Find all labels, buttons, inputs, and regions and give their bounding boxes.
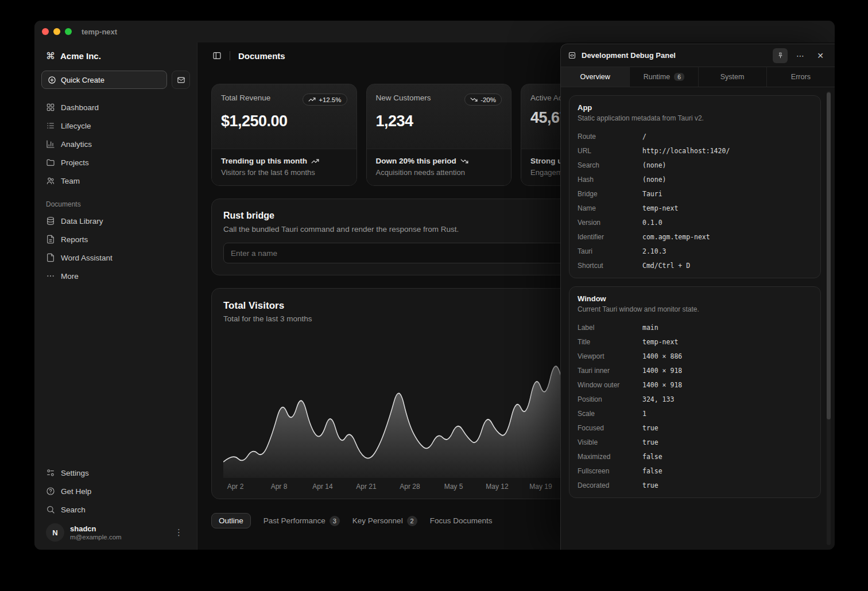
sidebar-item-reports[interactable]: Reports bbox=[41, 230, 190, 248]
tab-count-badge: 2 bbox=[407, 516, 417, 526]
debug-row: Search (none) bbox=[569, 158, 820, 172]
users-icon bbox=[46, 176, 55, 185]
debug-row-value: false bbox=[642, 453, 662, 461]
kebab-vertical-icon[interactable]: ⋮ bbox=[172, 527, 185, 538]
debug-row: Scale 1 bbox=[569, 406, 820, 421]
trending-down-icon bbox=[460, 157, 468, 165]
zoom-window-button[interactable] bbox=[65, 28, 72, 35]
debug-row-value: http://localhost:1420/ bbox=[642, 147, 730, 155]
debug-section-rows: Route / URL http://localhost:1420/ Searc… bbox=[569, 129, 820, 273]
help-icon bbox=[46, 487, 55, 496]
debug-row-label: Hash bbox=[578, 176, 642, 184]
debug-row-value: true bbox=[642, 481, 658, 489]
close-window-button[interactable] bbox=[42, 28, 49, 35]
debug-row-label: Bridge bbox=[578, 190, 642, 198]
sidebar-item-settings[interactable]: Settings bbox=[41, 464, 190, 482]
sidebar-item-data-library[interactable]: Data Library bbox=[41, 212, 190, 230]
folder-icon bbox=[46, 158, 55, 167]
close-panel-button[interactable]: ✕ bbox=[813, 48, 828, 63]
sidebar-item-dashboard[interactable]: Dashboard bbox=[41, 98, 190, 116]
tab-count-badge: 6 bbox=[674, 73, 684, 81]
x-tick-label: Apr 14 bbox=[312, 483, 332, 491]
debug-row: Shortcut Cmd/Ctrl + D bbox=[569, 258, 820, 273]
inbox-mail-button[interactable] bbox=[172, 71, 190, 89]
tab-overview[interactable]: Overview bbox=[561, 67, 629, 87]
debug-row-label: Search bbox=[578, 161, 642, 169]
debug-row-value: Tauri bbox=[642, 190, 662, 198]
stat-card-new-customers: New Customers -20% 1,234 Down 20% this p… bbox=[366, 84, 512, 186]
titlebar: temp-next bbox=[34, 21, 835, 42]
debug-row: Hash (none) bbox=[569, 172, 820, 186]
minimize-window-button[interactable] bbox=[53, 28, 60, 35]
debug-row-label: Label bbox=[578, 324, 642, 332]
quick-create-button[interactable]: Quick Create bbox=[41, 71, 167, 89]
tab-label: Focus Documents bbox=[430, 516, 493, 525]
file-icon bbox=[46, 253, 55, 262]
pin-button[interactable] bbox=[773, 48, 788, 63]
tab-key-personnel[interactable]: Key Personnel 2 bbox=[352, 516, 417, 526]
debug-row-label: Shortcut bbox=[578, 262, 642, 270]
stat-footer-title: Trending up this month bbox=[221, 157, 307, 165]
x-tick-label: May 12 bbox=[486, 483, 508, 491]
sidebar-item-more[interactable]: More bbox=[41, 267, 190, 285]
search-icon bbox=[46, 505, 55, 514]
tab-errors[interactable]: Errors bbox=[766, 67, 835, 87]
database-icon bbox=[46, 216, 55, 225]
sidebar-item-get-help[interactable]: Get Help bbox=[41, 482, 190, 500]
scrollbar-track[interactable] bbox=[827, 91, 831, 545]
debug-row-value: (none) bbox=[642, 161, 666, 169]
trending-up-icon bbox=[308, 96, 316, 103]
debug-row-value: false bbox=[642, 467, 662, 475]
tab-focus-documents[interactable]: Focus Documents bbox=[430, 516, 493, 525]
sidebar-item-lifecycle[interactable]: Lifecycle bbox=[41, 116, 190, 135]
debug-row: Title temp-next bbox=[569, 335, 820, 349]
debug-row-value: com.agm.temp-next bbox=[642, 233, 710, 241]
debug-row: Window outer 1400 × 918 bbox=[569, 378, 820, 392]
app-window: temp-next ⌘ Acme Inc. Quick Create bbox=[34, 21, 835, 550]
sidebar-item-word-assistant[interactable]: Word Assistant bbox=[41, 248, 190, 267]
ellipsis-icon: ⋯ bbox=[796, 51, 804, 60]
more-options-button[interactable]: ⋯ bbox=[793, 48, 808, 63]
debug-row-value: (none) bbox=[642, 176, 666, 184]
stat-footer: Trending up this month Visitors for the … bbox=[212, 149, 356, 185]
settings-icon bbox=[46, 468, 55, 477]
tab-label: Overview bbox=[580, 73, 610, 81]
panel-left-icon bbox=[212, 51, 222, 60]
sidebar-item-team[interactable]: Team bbox=[41, 172, 190, 190]
sidebar-item-search[interactable]: Search bbox=[41, 500, 190, 519]
debug-row-label: Viewport bbox=[578, 352, 642, 360]
scrollbar-thumb[interactable] bbox=[827, 92, 831, 419]
org-header[interactable]: ⌘ Acme Inc. bbox=[41, 46, 190, 66]
tab-runtime[interactable]: Runtime 6 bbox=[629, 67, 698, 87]
stat-footer: Down 20% this period Acquisition needs a… bbox=[367, 149, 512, 185]
debug-sections: App Static application metadata from Tau… bbox=[561, 87, 835, 550]
tab-system[interactable]: System bbox=[698, 67, 766, 87]
debug-row-value: 1400 × 918 bbox=[642, 367, 682, 375]
sidebar-toggle-button[interactable] bbox=[212, 51, 222, 60]
stat-value: $1,250.00 bbox=[221, 112, 347, 130]
debug-row: Route / bbox=[569, 129, 820, 143]
sidebar-item-projects[interactable]: Projects bbox=[41, 153, 190, 172]
debug-row-value: / bbox=[642, 133, 646, 141]
sidebar-item-analytics[interactable]: Analytics bbox=[41, 135, 190, 153]
tab-label: Key Personnel bbox=[352, 516, 403, 525]
debug-row-label: URL bbox=[578, 147, 642, 155]
debug-panel-title: Development Debug Panel bbox=[582, 51, 768, 60]
tab-outline[interactable]: Outline bbox=[211, 513, 251, 528]
tab-past-performance[interactable]: Past Performance 3 bbox=[264, 516, 340, 526]
window-title: temp-next bbox=[82, 28, 117, 36]
user-menu[interactable]: N shadcn m@example.com ⋮ bbox=[41, 519, 190, 542]
debug-row-value: temp-next bbox=[642, 338, 678, 346]
debug-row-label: Position bbox=[578, 395, 642, 403]
command-icon: ⌘ bbox=[46, 50, 55, 61]
ellipsis-icon bbox=[46, 271, 55, 281]
debug-row: Viewport 1400 × 886 bbox=[569, 349, 820, 363]
trend-badge: +12.5% bbox=[303, 94, 347, 106]
debug-row-value: main bbox=[642, 324, 658, 332]
sidebar-item-label: Word Assistant bbox=[61, 254, 113, 262]
debug-panel-tabs: Overview Runtime 6 System Errors bbox=[561, 67, 835, 87]
debug-row-label: Version bbox=[578, 219, 642, 227]
stat-label: New Customers bbox=[376, 94, 431, 102]
debug-row: Version 0.1.0 bbox=[569, 215, 820, 230]
debug-section-desc: Current Tauri window and monitor state. bbox=[578, 305, 812, 313]
